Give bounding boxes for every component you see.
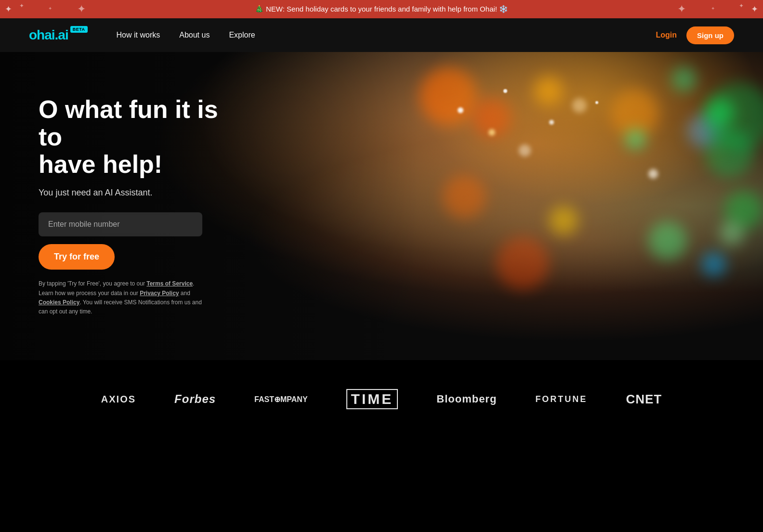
nav-actions: Login Sign up bbox=[656, 26, 734, 44]
legal-mid2: and bbox=[179, 290, 190, 297]
press-logo-axios: AXIOS bbox=[101, 394, 136, 405]
hero-content: O what fun it is to have help! You just … bbox=[0, 67, 270, 345]
banner-text: 🎄 NEW: Send holiday cards to your friend… bbox=[255, 5, 508, 13]
hero-title-line2: have help! bbox=[39, 150, 162, 178]
logo-ohai: ohai bbox=[29, 27, 55, 42]
navbar: ohai.ai BETA How it works About us Explo… bbox=[0, 18, 763, 52]
nav-links: How it works About us Explore bbox=[117, 31, 656, 39]
logo-area[interactable]: ohai.ai BETA bbox=[29, 27, 88, 43]
cookies-link[interactable]: Cookies Policy bbox=[39, 299, 79, 306]
hero-title: O what fun it is to have help! bbox=[39, 96, 231, 179]
phone-input[interactable] bbox=[39, 212, 202, 236]
hero-title-line1: O what fun it is to bbox=[39, 95, 218, 151]
press-logo-time: TIME bbox=[346, 389, 398, 409]
logo: ohai.ai bbox=[29, 27, 68, 43]
nav-how-it-works[interactable]: How it works bbox=[117, 31, 160, 39]
press-logo-forbes: Forbes bbox=[174, 392, 216, 406]
signup-button[interactable]: Sign up bbox=[686, 26, 734, 44]
try-for-free-button[interactable]: Try for free bbox=[39, 244, 115, 270]
press-section: AXIOS Forbes FAST⊕MPANY TIME Bloomberg F… bbox=[0, 360, 763, 438]
press-logo-fastcompany: FAST⊕MPANY bbox=[254, 395, 307, 404]
announcement-banner: ✦ ✦ ✦ ✦ ✦ ✦ ✦ ✦ 🎄 NEW: Send holiday card… bbox=[0, 0, 763, 18]
login-button[interactable]: Login bbox=[656, 31, 677, 39]
press-logo-fortune: FORTUNE bbox=[535, 394, 587, 404]
beta-badge: BETA bbox=[70, 26, 88, 33]
press-logo-bloomberg: Bloomberg bbox=[436, 393, 497, 405]
hero-section: O what fun it is to have help! You just … bbox=[0, 52, 763, 360]
legal-text: By tapping 'Try for Free', you agree to … bbox=[39, 279, 202, 316]
hero-subtitle: You just need an AI Assistant. bbox=[39, 188, 231, 198]
nav-explore[interactable]: Explore bbox=[229, 31, 255, 39]
terms-link[interactable]: Terms of Service bbox=[146, 280, 193, 287]
legal-before: By tapping 'Try for Free', you agree to … bbox=[39, 280, 146, 287]
privacy-link[interactable]: Privacy Policy bbox=[140, 290, 179, 297]
logo-dotai: .ai bbox=[55, 27, 68, 42]
nav-about-us[interactable]: About us bbox=[179, 31, 210, 39]
press-logo-cnet: CNET bbox=[626, 392, 662, 407]
